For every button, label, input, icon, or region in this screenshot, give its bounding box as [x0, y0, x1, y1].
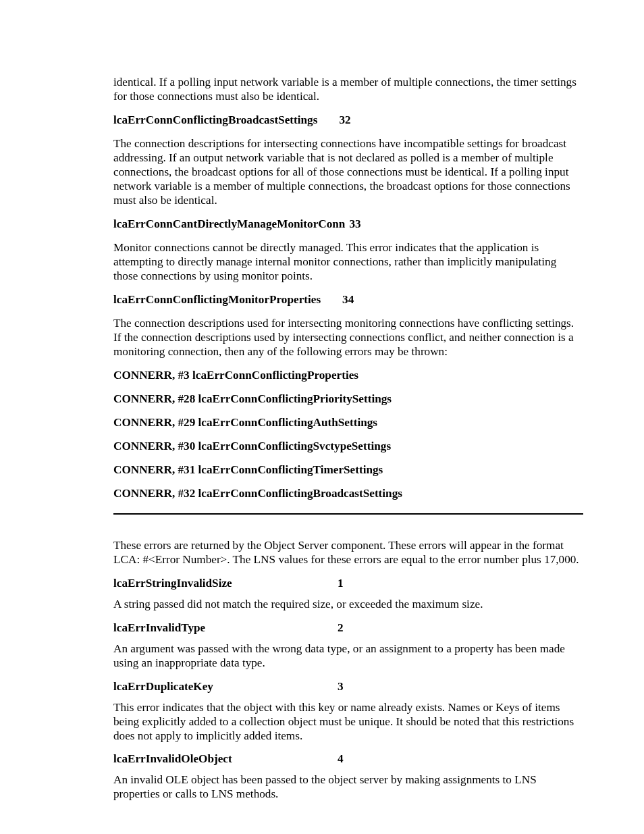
error-heading: lcaErrInvalidType 2 — [113, 621, 583, 635]
error-heading: lcaErrConnConflictingMonitorProperties 3… — [113, 293, 583, 307]
error-list-item: CONNERR, #31 lcaErrConnConflictingTimerS… — [113, 463, 583, 477]
error-heading: lcaErrStringInvalidSize 1 — [113, 577, 583, 591]
error-number: 34 — [342, 293, 354, 307]
section-divider — [113, 513, 583, 515]
error-heading: lcaErrInvalidOleObject 4 — [113, 752, 583, 766]
error-list-item: CONNERR, #30 lcaErrConnConflictingSvctyp… — [113, 440, 583, 454]
error-name: lcaErrStringInvalidSize — [113, 577, 338, 591]
error-number: 32 — [339, 113, 350, 128]
error-name: lcaErrConnCantDirectlyManageMonitorConn — [113, 217, 345, 232]
error-name: lcaErrInvalidType — [113, 621, 338, 635]
error-heading: lcaErrConnCantDirectlyManageMonitorConn … — [113, 217, 583, 232]
error-list-item: CONNERR, #29 lcaErrConnConflictingAuthSe… — [113, 416, 583, 430]
error-list-item: CONNERR, #28 lcaErrConnConflictingPriori… — [113, 392, 583, 407]
body-text: This error indicates that the object wit… — [113, 701, 583, 744]
error-list-item: CONNERR, #32 lcaErrConnConflictingBroadc… — [113, 487, 583, 501]
spacer — [317, 113, 339, 128]
body-text: These errors are returned by the Object … — [113, 539, 583, 567]
error-heading: lcaErrDuplicateKey 3 — [113, 680, 583, 694]
error-number: 33 — [349, 217, 360, 232]
error-name: lcaErrDuplicateKey — [113, 680, 338, 694]
body-text: An invalid OLE object has been passed to… — [113, 773, 583, 802]
error-list-item: CONNERR, #3 lcaErrConnConflictingPropert… — [113, 369, 583, 383]
error-name: lcaErrInvalidOleObject — [113, 752, 338, 766]
body-text: identical. If a polling input network va… — [113, 76, 583, 104]
error-name: lcaErrConnConflictingMonitorProperties — [113, 293, 321, 307]
error-number: 1 — [338, 577, 583, 591]
body-text: Monitor connections cannot be directly m… — [113, 241, 583, 284]
spacer — [321, 293, 342, 307]
body-text: An argument was passed with the wrong da… — [113, 642, 583, 671]
body-text: The connection descriptions for intersec… — [113, 137, 583, 208]
body-text: A string passed did not match the requir… — [113, 598, 583, 612]
error-number: 4 — [338, 752, 583, 766]
body-text: The connection descriptions used for int… — [113, 317, 583, 359]
error-heading: lcaErrConnConflictingBroadcastSettings 3… — [113, 113, 583, 128]
error-number: 3 — [338, 680, 583, 694]
error-name: lcaErrConnConflictingBroadcastSettings — [113, 113, 317, 128]
error-number: 2 — [338, 621, 583, 635]
document-page: identical. If a polling input network va… — [0, 0, 644, 834]
